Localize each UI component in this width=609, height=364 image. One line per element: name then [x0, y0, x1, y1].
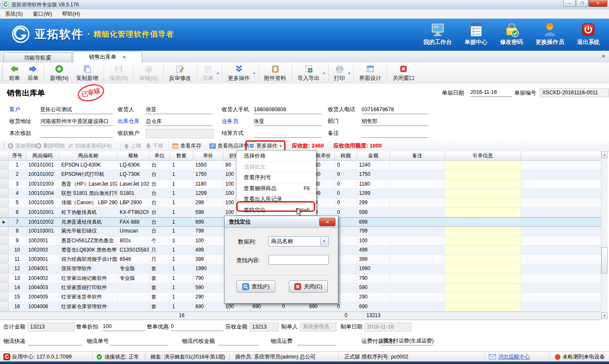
table-cell[interactable]: 1: [8, 161, 26, 170]
tab-nav-window[interactable]: 功能导航窗: [3, 52, 72, 63]
table-cell[interactable]: [445, 161, 521, 170]
table-cell[interactable]: [390, 198, 445, 207]
table-cell[interactable]: 1: [170, 246, 193, 255]
table-cell[interactable]: 10: [8, 246, 26, 255]
move-down-button[interactable]: 下移: [146, 140, 163, 151]
context-menu-item[interactable]: 选择批次: [236, 161, 316, 172]
table-cell[interactable]: 1240: [357, 161, 390, 170]
table-cell[interactable]: 599: [193, 208, 223, 217]
table-cell[interactable]: 1: [170, 218, 193, 226]
table-cell[interactable]: [445, 189, 521, 198]
row-selector[interactable]: [0, 246, 8, 255]
exit-system-button[interactable]: 退出系统: [577, 22, 600, 46]
add-row-button[interactable]: 添加明细: [8, 140, 36, 151]
table-cell[interactable]: 1299: [357, 189, 390, 198]
tabstrip-close-icon[interactable]: ✕: [601, 53, 606, 59]
table-cell[interactable]: 15: [8, 293, 26, 301]
table-cell[interactable]: 16: [8, 302, 26, 311]
vertical-scrollbar[interactable]: ▲ ▼: [601, 151, 608, 319]
ui-design-button[interactable]: 界面设计: [355, 64, 385, 82]
table-cell[interactable]: 1750: [357, 170, 390, 179]
table-cell[interactable]: LBP 2900: [118, 198, 149, 207]
table-cell[interactable]: 1004003: [26, 283, 59, 292]
table-cell[interactable]: LaserJet 1020: [118, 180, 149, 189]
tab-sales-outbound[interactable]: 销售出库单✕: [73, 51, 142, 63]
table-cell[interactable]: [118, 293, 149, 301]
table-cell[interactable]: 1550: [193, 161, 223, 170]
table-cell[interactable]: [445, 274, 521, 283]
scroll-up-icon[interactable]: ▲: [601, 151, 608, 158]
table-cell[interactable]: 专业版: [118, 274, 149, 283]
table-cell[interactable]: [445, 218, 521, 226]
table-cell[interactable]: 1004006: [26, 302, 59, 311]
table-cell[interactable]: 惠普CH561ZZ黑色墨盒: [59, 236, 118, 245]
table-cell[interactable]: 红管家仓库管理软件: [59, 302, 118, 311]
table-cell[interactable]: 只: [149, 246, 170, 255]
customer-label[interactable]: 客户: [9, 105, 20, 114]
table-cell[interactable]: 100101002: [26, 170, 59, 179]
row-selector[interactable]: [0, 161, 8, 170]
add-new-button[interactable]: 新增(N): [46, 64, 72, 82]
table-row[interactable]: 161004006红管家仓库管理软件套169010069006900690: [0, 302, 601, 312]
table-cell[interactable]: 790: [357, 274, 390, 283]
column-header[interactable]: 引单信息: [445, 151, 521, 161]
column-header[interactable]: 商品编码: [26, 151, 59, 161]
table-cell[interactable]: 佳能（Canon） LBP 2900+: [59, 198, 118, 207]
table-cell[interactable]: 0: [335, 170, 357, 179]
table-cell[interactable]: 100101005: [26, 198, 59, 207]
table-cell[interactable]: 1: [170, 189, 193, 198]
table-cell[interactable]: 1: [170, 283, 193, 292]
row-selector[interactable]: ▶: [0, 218, 8, 226]
table-cell[interactable]: 1: [170, 302, 193, 311]
table-cell[interactable]: 2: [8, 170, 26, 179]
table-cell[interactable]: 790: [193, 274, 223, 283]
close-tab-button[interactable]: 关闭窗口: [389, 64, 418, 82]
table-cell[interactable]: 100102001: [26, 208, 59, 217]
table-cell[interactable]: LQ-730K: [118, 170, 149, 179]
table-cell[interactable]: 100: [357, 236, 390, 245]
table-cell[interactable]: 台: [149, 227, 170, 235]
view-stock-button[interactable]: 查看库存: [172, 140, 201, 151]
document-center-button[interactable]: 单据中心: [465, 22, 488, 46]
table-cell[interactable]: 松下热敏传真机: [59, 208, 118, 217]
row-selector[interactable]: [0, 189, 8, 198]
context-menu-item[interactable]: 查看出入库记录: [236, 194, 316, 205]
table-cell[interactable]: 1004005: [26, 293, 59, 301]
table-cell[interactable]: C13S015583: [118, 246, 149, 255]
table-cell[interactable]: 802s: [118, 236, 149, 245]
save-button[interactable]: 保存(S): [106, 64, 132, 82]
table-cell[interactable]: 590: [193, 283, 223, 292]
table-cell[interactable]: 100101003: [26, 180, 59, 189]
more-actions-dropdown-icon[interactable]: ▼: [253, 72, 256, 75]
customer-field[interactable]: 亚拓公司测试: [40, 105, 113, 114]
menu-item[interactable]: 帮助(H): [57, 11, 85, 18]
table-cell[interactable]: [445, 246, 521, 255]
row-selector[interactable]: [0, 293, 8, 301]
row-selector[interactable]: [0, 227, 8, 235]
table-cell[interactable]: 爱普生LQ630K 黑色色带: [59, 246, 118, 255]
logistics-express-field[interactable]: [28, 337, 82, 345]
workbench-button[interactable]: 我的工作台: [423, 22, 452, 46]
table-cell[interactable]: 290: [193, 293, 223, 301]
table-cell[interactable]: 台: [149, 208, 170, 217]
table-cell[interactable]: 13: [8, 274, 26, 283]
table-cell[interactable]: 1: [170, 236, 193, 245]
column-header[interactable]: 商品名称: [59, 151, 118, 161]
scan-barcode-button[interactable]: 扫描条形码(F4): [68, 140, 111, 151]
table-cell[interactable]: Uniscan: [118, 227, 149, 235]
table-cell[interactable]: 1002001: [26, 236, 59, 245]
import-export-dropdown-icon[interactable]: ▼: [323, 72, 326, 75]
menu-item[interactable]: 窗口(W): [28, 11, 57, 18]
table-cell[interactable]: 1: [170, 264, 193, 273]
table-cell[interactable]: 799: [357, 227, 390, 235]
consignee-mobile-field[interactable]: 18608080808: [254, 105, 321, 114]
table-cell[interactable]: 台: [149, 170, 170, 179]
table-cell[interactable]: 只: [149, 255, 170, 264]
table-cell[interactable]: 690: [357, 302, 390, 311]
address-field[interactable]: 河南省郑州市中原区建设路口: [40, 117, 113, 126]
table-cell[interactable]: 1: [170, 227, 193, 235]
table-cell[interactable]: 台: [149, 180, 170, 189]
unaudit-button[interactable]: 反审修改: [165, 64, 195, 82]
department-field[interactable]: 销售部: [362, 117, 428, 126]
combo-dropdown-icon[interactable]: ▼: [320, 237, 328, 246]
